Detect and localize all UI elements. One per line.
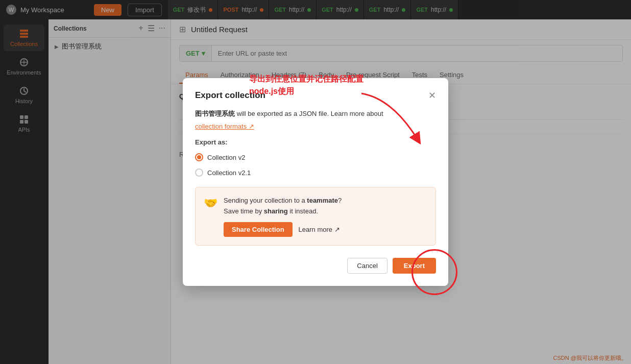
collection-formats-link[interactable]: collection formats ↗ bbox=[195, 123, 254, 130]
modal-header: Export collection ✕ bbox=[195, 90, 436, 101]
export-collection-modal: 导出到任意位置并记住路径配置node.js使用 Export collectio… bbox=[183, 78, 448, 285]
radio-label-v2-1: Collection v2.1 bbox=[207, 169, 251, 177]
modal-footer: Cancel Export bbox=[195, 258, 436, 274]
cancel-button[interactable]: Cancel bbox=[347, 258, 387, 274]
close-icon[interactable]: ✕ bbox=[428, 91, 436, 100]
radio-option-v2[interactable]: Collection v2 bbox=[195, 151, 436, 163]
modal-description: 图书管理系统 will be exported as a JSON file. … bbox=[195, 109, 436, 119]
share-banner: 🤝 Sending your collection to a teammate?… bbox=[195, 187, 436, 246]
modal-overlay[interactable]: 导出到任意位置并记住路径配置node.js使用 Export collectio… bbox=[0, 0, 631, 364]
export-as-label: Export as: bbox=[195, 138, 436, 146]
share-collection-button[interactable]: Share Collection bbox=[224, 222, 293, 237]
radio-label-v2: Collection v2 bbox=[207, 154, 245, 161]
share-banner-content: Sending your collection to a teammate? S… bbox=[224, 196, 342, 237]
radio-option-v2-1[interactable]: Collection v2.1 bbox=[195, 166, 436, 179]
modal-collection-name: 图书管理系统 bbox=[195, 110, 235, 117]
learn-more-link[interactable]: Learn more ↗ bbox=[299, 226, 340, 233]
collection-formats-label: collection formats ↗ bbox=[195, 123, 254, 130]
radio-button-v2-1[interactable] bbox=[195, 168, 203, 177]
radio-button-v2[interactable] bbox=[195, 153, 203, 161]
modal-title: Export collection bbox=[195, 90, 265, 101]
share-banner-text: Sending your collection to a teammate? S… bbox=[224, 196, 342, 217]
share-banner-actions: Share Collection Learn more ↗ bbox=[224, 222, 342, 237]
share-icon: 🤝 bbox=[204, 197, 217, 210]
export-button[interactable]: Export bbox=[393, 258, 436, 274]
